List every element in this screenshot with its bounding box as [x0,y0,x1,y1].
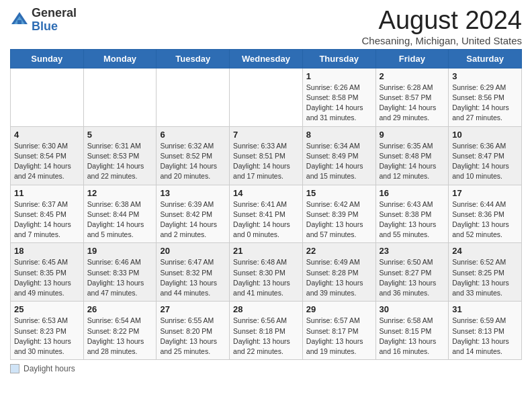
day-number: 8 [306,130,372,140]
day-cell: 10Sunrise: 6:36 AM Sunset: 8:47 PM Dayli… [449,126,522,185]
day-cell: 8Sunrise: 6:34 AM Sunset: 8:49 PM Daylig… [302,126,375,185]
page: General Blue August 2024 Chesaning, Mich… [0,0,532,380]
footer-box-icon [10,364,19,373]
day-number: 23 [380,246,445,256]
day-cell: 20Sunrise: 6:47 AM Sunset: 8:32 PM Dayli… [157,243,230,302]
day-cell: 27Sunrise: 6:55 AM Sunset: 8:20 PM Dayli… [157,302,230,360]
day-info: Sunrise: 6:43 AM Sunset: 8:38 PM Dayligh… [380,199,445,240]
day-number: 30 [380,304,445,314]
day-cell: 3Sunrise: 6:29 AM Sunset: 8:56 PM Daylig… [449,68,522,126]
day-number: 2 [380,71,445,81]
day-header-friday: Friday [375,49,449,68]
day-number: 16 [380,188,445,198]
day-cell: 13Sunrise: 6:39 AM Sunset: 8:42 PM Dayli… [157,185,230,243]
day-number: 10 [452,130,518,140]
day-cell: 7Sunrise: 6:33 AM Sunset: 8:51 PM Daylig… [230,126,303,185]
day-info: Sunrise: 6:54 AM Sunset: 8:22 PM Dayligh… [87,316,153,357]
day-info: Sunrise: 6:41 AM Sunset: 8:41 PM Dayligh… [233,199,299,240]
week-row-1: 4Sunrise: 6:30 AM Sunset: 8:54 PM Daylig… [11,126,522,185]
day-info: Sunrise: 6:49 AM Sunset: 8:28 PM Dayligh… [306,257,372,298]
day-info: Sunrise: 6:31 AM Sunset: 8:53 PM Dayligh… [87,141,153,182]
day-cell: 18Sunrise: 6:45 AM Sunset: 8:35 PM Dayli… [11,243,84,302]
day-info: Sunrise: 6:36 AM Sunset: 8:47 PM Dayligh… [452,141,518,182]
day-info: Sunrise: 6:30 AM Sunset: 8:54 PM Dayligh… [14,141,80,182]
day-number: 21 [233,246,299,256]
day-cell: 5Sunrise: 6:31 AM Sunset: 8:53 PM Daylig… [83,126,157,185]
day-info: Sunrise: 6:56 AM Sunset: 8:18 PM Dayligh… [233,316,299,357]
day-cell [230,68,303,126]
day-number: 18 [14,246,80,256]
day-cell: 24Sunrise: 6:52 AM Sunset: 8:25 PM Dayli… [449,243,522,302]
day-header-monday: Monday [83,49,157,68]
day-number: 11 [14,188,80,198]
day-number: 15 [306,188,372,198]
day-cell: 4Sunrise: 6:30 AM Sunset: 8:54 PM Daylig… [11,126,84,185]
svg-rect-2 [17,20,21,24]
day-cell [83,68,157,126]
header-row: SundayMondayTuesdayWednesdayThursdayFrid… [11,49,522,68]
day-number: 6 [160,130,226,140]
subtitle: Chesaning, Michigan, United States [362,35,522,46]
week-row-4: 25Sunrise: 6:53 AM Sunset: 8:23 PM Dayli… [11,302,522,360]
day-cell [11,68,84,126]
day-info: Sunrise: 6:46 AM Sunset: 8:33 PM Dayligh… [87,257,153,298]
day-info: Sunrise: 6:48 AM Sunset: 8:30 PM Dayligh… [233,257,299,298]
day-cell: 11Sunrise: 6:37 AM Sunset: 8:45 PM Dayli… [11,185,84,243]
footer-note: Daylight hours [10,364,522,373]
day-number: 14 [233,188,299,198]
day-info: Sunrise: 6:34 AM Sunset: 8:49 PM Dayligh… [306,141,372,182]
day-info: Sunrise: 6:39 AM Sunset: 8:42 PM Dayligh… [160,199,226,240]
day-info: Sunrise: 6:45 AM Sunset: 8:35 PM Dayligh… [14,257,80,298]
logo-icon [10,11,29,30]
day-cell: 31Sunrise: 6:59 AM Sunset: 8:13 PM Dayli… [449,302,522,360]
logo-general-text: General [32,6,77,19]
calendar-body: 1Sunrise: 6:26 AM Sunset: 8:58 PM Daylig… [11,68,522,359]
day-number: 5 [87,130,153,140]
day-header-thursday: Thursday [302,49,375,68]
day-info: Sunrise: 6:32 AM Sunset: 8:52 PM Dayligh… [160,141,226,182]
day-info: Sunrise: 6:50 AM Sunset: 8:27 PM Dayligh… [380,257,445,298]
calendar-table: SundayMondayTuesdayWednesdayThursdayFrid… [10,49,522,360]
day-info: Sunrise: 6:35 AM Sunset: 8:48 PM Dayligh… [380,141,445,182]
day-cell: 30Sunrise: 6:58 AM Sunset: 8:15 PM Dayli… [375,302,449,360]
logo-blue-text: Blue [32,19,58,33]
week-row-2: 11Sunrise: 6:37 AM Sunset: 8:45 PM Dayli… [11,185,522,243]
day-info: Sunrise: 6:37 AM Sunset: 8:45 PM Dayligh… [14,199,80,240]
day-number: 9 [380,130,445,140]
day-number: 26 [87,304,153,314]
day-info: Sunrise: 6:28 AM Sunset: 8:57 PM Dayligh… [380,83,445,124]
day-info: Sunrise: 6:47 AM Sunset: 8:32 PM Dayligh… [160,257,226,298]
day-number: 13 [160,188,226,198]
day-info: Sunrise: 6:57 AM Sunset: 8:17 PM Dayligh… [306,316,372,357]
day-number: 3 [452,71,518,81]
logo: General Blue [10,7,77,34]
title-block: August 2024 Chesaning, Michigan, United … [362,7,522,46]
day-cell: 17Sunrise: 6:44 AM Sunset: 8:36 PM Dayli… [449,185,522,243]
day-number: 17 [452,188,518,198]
main-title: August 2024 [362,7,522,35]
day-number: 31 [452,304,518,314]
day-cell: 14Sunrise: 6:41 AM Sunset: 8:41 PM Dayli… [230,185,303,243]
day-number: 12 [87,188,153,198]
header: General Blue August 2024 Chesaning, Mich… [10,7,522,46]
day-number: 24 [452,246,518,256]
week-row-3: 18Sunrise: 6:45 AM Sunset: 8:35 PM Dayli… [11,243,522,302]
day-cell [157,68,230,126]
day-info: Sunrise: 6:29 AM Sunset: 8:56 PM Dayligh… [452,83,518,124]
day-cell: 29Sunrise: 6:57 AM Sunset: 8:17 PM Dayli… [302,302,375,360]
day-number: 20 [160,246,226,256]
day-number: 19 [87,246,153,256]
day-number: 28 [233,304,299,314]
day-info: Sunrise: 6:33 AM Sunset: 8:51 PM Dayligh… [233,141,299,182]
day-header-sunday: Sunday [11,49,84,68]
day-info: Sunrise: 6:38 AM Sunset: 8:44 PM Dayligh… [87,199,153,240]
day-info: Sunrise: 6:52 AM Sunset: 8:25 PM Dayligh… [452,257,518,298]
day-number: 7 [233,130,299,140]
day-number: 22 [306,246,372,256]
day-cell: 28Sunrise: 6:56 AM Sunset: 8:18 PM Dayli… [230,302,303,360]
day-number: 27 [160,304,226,314]
footer-label: Daylight hours [24,364,75,373]
day-cell: 1Sunrise: 6:26 AM Sunset: 8:58 PM Daylig… [302,68,375,126]
day-cell: 26Sunrise: 6:54 AM Sunset: 8:22 PM Dayli… [83,302,157,360]
day-info: Sunrise: 6:42 AM Sunset: 8:39 PM Dayligh… [306,199,372,240]
